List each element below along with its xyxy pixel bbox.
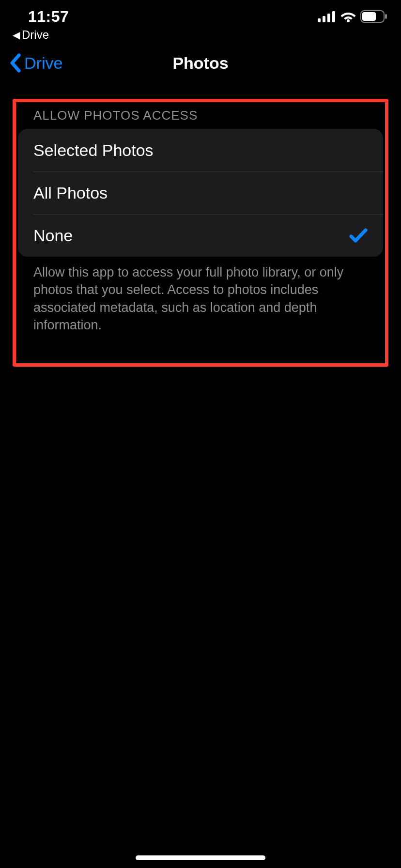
section-footer: Allow this app to access your full photo… bbox=[16, 257, 385, 334]
status-icons bbox=[318, 10, 387, 23]
option-none[interactable]: None bbox=[18, 214, 383, 257]
option-all-photos[interactable]: All Photos bbox=[18, 171, 383, 214]
cellular-icon bbox=[318, 11, 336, 22]
option-selected-photos[interactable]: Selected Photos bbox=[18, 129, 383, 171]
option-label: None bbox=[33, 226, 73, 245]
highlight-annotation: Allow Photos Access Selected Photos All … bbox=[13, 99, 388, 367]
svg-rect-2 bbox=[327, 14, 330, 22]
breadcrumb-back-to-app[interactable]: ◀ Drive bbox=[0, 28, 401, 42]
home-indicator[interactable] bbox=[136, 855, 265, 860]
wifi-icon bbox=[340, 11, 356, 22]
svg-point-4 bbox=[347, 19, 350, 22]
battery-icon bbox=[360, 10, 387, 23]
nav-back-label: Drive bbox=[24, 54, 62, 73]
chevron-left-icon bbox=[9, 53, 21, 73]
status-time: 11:57 bbox=[28, 8, 69, 26]
photos-access-group: Selected Photos All Photos None bbox=[18, 129, 383, 257]
breadcrumb-label: Drive bbox=[22, 28, 49, 42]
status-bar: 11:57 bbox=[0, 0, 401, 29]
checkmark-icon bbox=[349, 228, 368, 243]
nav-bar: Drive Photos bbox=[0, 42, 401, 84]
caret-left-icon: ◀ bbox=[13, 29, 20, 41]
svg-rect-7 bbox=[385, 14, 387, 19]
svg-rect-0 bbox=[318, 18, 321, 22]
nav-back-button[interactable]: Drive bbox=[9, 53, 62, 73]
option-label: All Photos bbox=[33, 184, 108, 202]
svg-rect-1 bbox=[323, 16, 325, 22]
svg-rect-3 bbox=[332, 11, 335, 22]
option-label: Selected Photos bbox=[33, 141, 154, 160]
section-header: Allow Photos Access bbox=[16, 102, 385, 129]
svg-rect-6 bbox=[362, 12, 376, 21]
